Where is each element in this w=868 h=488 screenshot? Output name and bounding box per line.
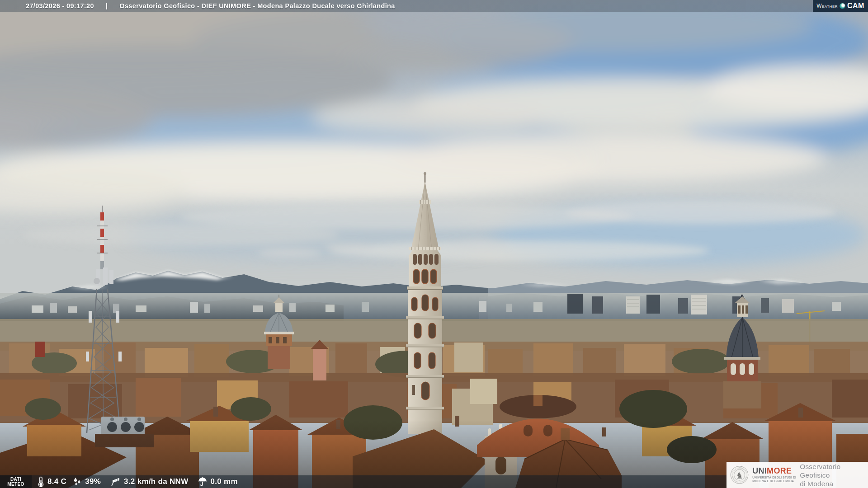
globe-icon — [840, 3, 845, 9]
weathercam-logo: Weather CAM — [813, 0, 868, 12]
top-status-bar: 27/03/2026 - 09:17:20 | Osservatorio Geo… — [0, 0, 868, 12]
observatory-name: Osservatorio Geofisico di Modena — [800, 462, 868, 488]
weathercam-word: Weather — [816, 3, 838, 9]
wind-value: 3.2 km/h da NNW — [124, 477, 188, 486]
humidity-value: 39% — [85, 477, 101, 486]
svg-text:♞: ♞ — [736, 471, 742, 479]
humidity-drops-icon — [73, 477, 82, 487]
webcam-frame: Webcam view over the rooftops of Modena … — [0, 0, 868, 488]
separator: | — [106, 2, 108, 9]
temperature-reading: 8.4 C — [38, 476, 66, 487]
observatory-name-line2: di Modena — [800, 479, 868, 488]
wordmark-uni: UNI — [752, 466, 767, 475]
thermometer-icon — [38, 476, 44, 487]
camera-title: Osservatorio Geofisico - DIEF UNIMORE - … — [119, 2, 395, 9]
dati-meteo-label: DATI METEO — [0, 475, 32, 488]
windsock-icon — [110, 477, 121, 487]
webcam-image: Webcam view over the rooftops of Modena … — [0, 0, 868, 488]
unimore-wordmark: UNIMORE UNIVERSITÀ DEGLI STUDI DI MODENA… — [752, 467, 796, 483]
university-subtitle-line2: MODENA E REGGIO EMILIA — [752, 479, 796, 483]
precipitation-reading: 0.0 mm — [198, 477, 238, 487]
precipitation-value: 0.0 mm — [211, 477, 238, 486]
dati-line: DATI — [10, 477, 21, 482]
wordmark-more: MORE — [767, 466, 792, 475]
datetime-text: 27/03/2026 - 09:17:20 — [26, 2, 94, 9]
meteo-line: METEO — [7, 482, 24, 487]
university-subtitle-line1: UNIVERSITÀ DEGLI STUDI DI — [752, 476, 796, 479]
unimore-seal-icon: ♞ — [730, 465, 749, 485]
weather-data-bar: DATI METEO 8.4 C 39% — [0, 475, 726, 488]
unimore-credit-panel: ♞ UNIMORE UNIVERSITÀ DEGLI STUDI DI MODE… — [726, 462, 868, 488]
temperature-value: 8.4 C — [47, 477, 66, 486]
weathercam-cam: CAM — [847, 2, 864, 10]
observatory-name-line1: Osservatorio Geofisico — [800, 462, 868, 479]
wind-reading: 3.2 km/h da NNW — [110, 477, 188, 487]
humidity-reading: 39% — [73, 477, 101, 487]
umbrella-icon — [198, 477, 208, 487]
